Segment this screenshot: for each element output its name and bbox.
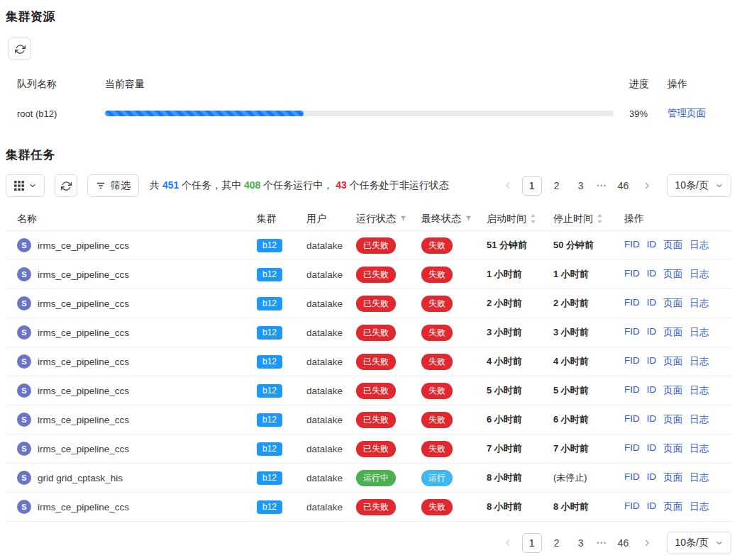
- page-size-select[interactable]: 10条/页: [667, 174, 731, 197]
- stop-time: 7 小时前: [553, 442, 624, 455]
- page-button-last[interactable]: 46: [614, 533, 633, 553]
- log-link[interactable]: 日志: [689, 384, 709, 397]
- id-link[interactable]: ID: [647, 239, 657, 252]
- prev-page-button[interactable]: [499, 176, 516, 196]
- sort-icon[interactable]: [530, 214, 536, 223]
- task-row: S irms_ce_pipeline_ccs b12 datalake 已失败 …: [6, 376, 731, 405]
- page-link[interactable]: 页面: [663, 471, 682, 484]
- page-button-1[interactable]: 1: [522, 533, 542, 553]
- page-button-3[interactable]: 3: [572, 533, 590, 553]
- user-cell: datalake: [306, 415, 356, 425]
- fid-link[interactable]: FID: [624, 413, 640, 426]
- task-actions-cell: FID ID 页面 日志: [624, 326, 731, 339]
- id-link[interactable]: ID: [647, 471, 657, 484]
- filter-funnel-icon[interactable]: [399, 215, 407, 223]
- capacity-cell: [105, 111, 625, 116]
- summary-text: 个任务处于非运行状态: [347, 179, 449, 191]
- log-link[interactable]: 日志: [689, 413, 709, 426]
- fid-link[interactable]: FID: [624, 471, 640, 484]
- cluster-cell: b12: [257, 500, 306, 514]
- page-button-3[interactable]: 3: [572, 176, 590, 196]
- page-link[interactable]: 页面: [663, 268, 682, 281]
- fid-link[interactable]: FID: [624, 268, 640, 281]
- run-status-badge: 已失败: [356, 296, 396, 312]
- tasks-actions-header: 操作: [624, 213, 731, 225]
- stop-time: 3 小时前: [553, 326, 624, 339]
- final-status-badge: 失败: [421, 441, 453, 457]
- log-link[interactable]: 日志: [689, 471, 709, 484]
- fid-link[interactable]: FID: [624, 384, 640, 397]
- fid-link[interactable]: FID: [624, 442, 640, 455]
- task-name-cell: S grid grid_cptask_his: [6, 471, 257, 485]
- page-link[interactable]: 页面: [663, 384, 682, 397]
- page-button-last[interactable]: 46: [614, 176, 633, 196]
- final-status-badge: 失败: [421, 296, 453, 312]
- final-status-cell: 失败: [421, 296, 487, 312]
- page-button-2[interactable]: 2: [548, 176, 566, 196]
- task-row: S grid grid_cptask_his b12 datalake 运行中 …: [6, 464, 731, 493]
- page-link[interactable]: 页面: [663, 442, 682, 455]
- task-row: S irms_ce_pipeline_ccs b12 datalake 已失败 …: [6, 260, 731, 289]
- page-link[interactable]: 页面: [663, 500, 682, 513]
- log-link[interactable]: 日志: [689, 442, 709, 455]
- cluster-header-label: 集群: [257, 213, 277, 225]
- stop-time: 2 小时前: [553, 297, 624, 310]
- tasks-table-body: S irms_ce_pipeline_ccs b12 datalake 已失败 …: [6, 231, 731, 522]
- sort-icon[interactable]: [597, 214, 603, 223]
- log-link[interactable]: 日志: [689, 297, 709, 310]
- run-status-badge: 已失败: [356, 499, 396, 515]
- prev-page-button[interactable]: [499, 533, 516, 553]
- log-link[interactable]: 日志: [689, 326, 709, 339]
- start-time: 6 小时前: [487, 413, 553, 426]
- cluster-cell: b12: [257, 413, 306, 427]
- page-size-select[interactable]: 10条/页: [667, 532, 731, 554]
- page-button-2[interactable]: 2: [548, 533, 566, 553]
- fid-link[interactable]: FID: [624, 239, 640, 252]
- manage-page-link[interactable]: 管理页面: [667, 108, 706, 118]
- id-link[interactable]: ID: [647, 355, 657, 368]
- log-link[interactable]: 日志: [689, 268, 709, 281]
- id-link[interactable]: ID: [647, 442, 657, 455]
- log-link[interactable]: 日志: [689, 500, 709, 513]
- page-link[interactable]: 页面: [663, 413, 682, 426]
- next-page-button[interactable]: [638, 533, 655, 553]
- log-link[interactable]: 日志: [689, 355, 709, 368]
- pagination-ellipsis[interactable]: •••: [596, 182, 609, 189]
- id-link[interactable]: ID: [647, 384, 657, 397]
- page-link[interactable]: 页面: [663, 239, 682, 252]
- id-link[interactable]: ID: [647, 297, 657, 310]
- id-link[interactable]: ID: [647, 500, 657, 513]
- task-avatar: S: [17, 267, 31, 281]
- filter-funnel-icon[interactable]: [465, 215, 472, 223]
- pagination-ellipsis[interactable]: •••: [596, 539, 609, 547]
- fid-link[interactable]: FID: [624, 500, 640, 513]
- run-status-cell: 已失败: [356, 499, 421, 515]
- stop-time: 6 小时前: [553, 413, 624, 426]
- filter-button[interactable]: 筛选: [87, 174, 139, 197]
- fid-link[interactable]: FID: [624, 355, 640, 368]
- task-name: irms_ce_pipeline_ccs: [38, 240, 129, 251]
- pagination-bottom: 1 2 3 ••• 46 10条/页: [499, 532, 731, 554]
- fid-link[interactable]: FID: [624, 297, 640, 310]
- start-time: 5 小时前: [487, 384, 553, 397]
- page-size-label: 10条/页: [675, 537, 709, 549]
- resources-table: 队列名称 当前容量 进度 操作 root (b12) 39% 管理页面: [6, 72, 731, 130]
- page-link[interactable]: 页面: [663, 355, 682, 368]
- page-button-1[interactable]: 1: [522, 176, 542, 196]
- task-name: grid grid_cptask_his: [38, 473, 123, 483]
- resources-refresh-button[interactable]: [9, 38, 31, 60]
- id-link[interactable]: ID: [647, 413, 657, 426]
- page-link[interactable]: 页面: [663, 326, 682, 339]
- tasks-refresh-button[interactable]: [55, 174, 77, 197]
- column-settings-button[interactable]: [6, 174, 45, 197]
- page-link[interactable]: 页面: [663, 297, 682, 310]
- fid-link[interactable]: FID: [624, 326, 640, 339]
- id-link[interactable]: ID: [647, 268, 657, 281]
- id-link[interactable]: ID: [647, 326, 657, 339]
- chevron-down-icon: [29, 182, 36, 189]
- task-summary: 共 451 个任务，其中 408 个任务运行中， 43 个任务处于非运行状态: [150, 179, 449, 192]
- chevron-down-icon: [716, 182, 723, 189]
- next-page-button[interactable]: [638, 176, 655, 196]
- run-status-badge: 已失败: [356, 383, 396, 399]
- log-link[interactable]: 日志: [689, 239, 709, 252]
